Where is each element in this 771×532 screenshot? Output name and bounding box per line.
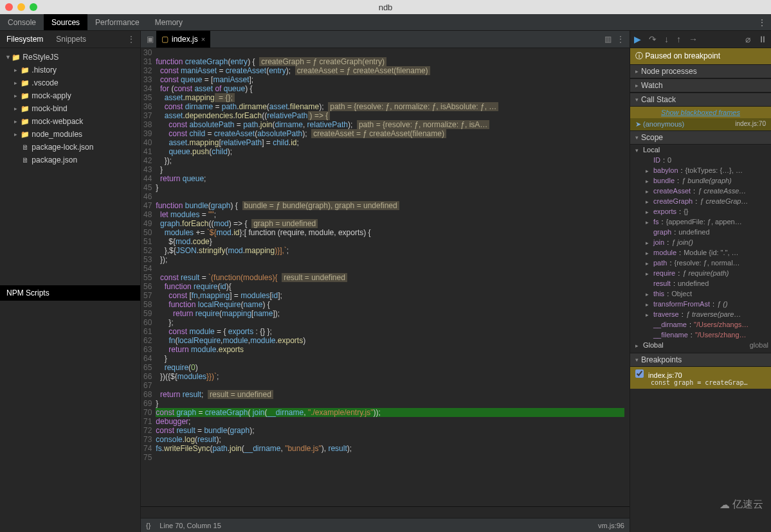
breakpoint-checkbox[interactable] [635, 369, 644, 378]
stack-frame-name: (anonymous) [643, 120, 684, 128]
sidebar-tab-filesystem[interactable]: Filesystem [0, 31, 50, 48]
debugger-sidebar: ▶ ↷ ↓ ↑ → ⌀ ⏸ ⓘ Paused on breakpoint ▸No… [630, 31, 771, 532]
maximize-window-button[interactable] [30, 3, 37, 11]
sidebar-more-icon[interactable]: ⋮ [127, 35, 140, 44]
tree-item[interactable]: 🗎 package.json [0, 154, 140, 166]
step-button[interactable]: → [689, 34, 698, 44]
scope-variable[interactable]: ID: 0 [635, 156, 768, 166]
tree-item[interactable]: 🗎 package-lock.json [0, 141, 140, 154]
window-titlebar: ndb [0, 0, 771, 14]
folder-icon: 📁 [21, 105, 30, 113]
traffic-lights [5, 3, 37, 11]
resume-button[interactable]: ▶ [634, 34, 641, 44]
left-sidebar: Filesystem Snippets ⋮ ▼📁 ReStyleJS ▸📁 .h… [0, 31, 141, 532]
braces-icon[interactable]: {} [146, 522, 150, 529]
editor-tab[interactable]: ▢ index.js × [156, 31, 210, 48]
tree-label: node_modules [32, 130, 82, 139]
tree-label: mock-webpack [32, 117, 83, 126]
cursor-position: Line 70, Column 15 [159, 522, 221, 529]
tab-sources[interactable]: Sources [44, 14, 87, 30]
npm-scripts-header[interactable]: NPM Scripts [0, 285, 140, 301]
code-editor[interactable]: 3031323334353637383940414243444546474849… [141, 48, 630, 506]
deactivate-breakpoints-button[interactable]: ⌀ [745, 34, 750, 44]
scope-variable[interactable]: ▸this: Object [635, 290, 768, 300]
debug-controls: ▶ ↷ ↓ ↑ → ⌀ ⏸ [630, 31, 771, 48]
scope-variable[interactable]: ▸join: ƒ join() [635, 238, 768, 249]
breakpoint-item[interactable]: index.js:70 const graph = createGrap… [630, 367, 771, 389]
step-out-button[interactable]: ↑ [676, 34, 681, 44]
scope-variable[interactable]: graph: undefined [635, 228, 768, 238]
section-call-stack[interactable]: ▾Call Stack [630, 93, 771, 107]
vm-info[interactable]: vm.js:96 [598, 522, 624, 529]
scope-variable[interactable]: result: undefined [635, 279, 768, 290]
pause-exceptions-button[interactable]: ⏸ [758, 34, 767, 44]
tree-label: mock-bind [32, 104, 67, 113]
tab-performance[interactable]: Performance [87, 14, 147, 30]
stack-frame[interactable]: ➤ (anonymous) index.js:70 [630, 118, 771, 130]
tree-root[interactable]: ▼📁 ReStyleJS [0, 51, 140, 64]
folder-icon: 📁 [21, 66, 30, 75]
section-node-processes[interactable]: ▸Node processes [630, 64, 771, 78]
tree-item[interactable]: ▸📁 mock-bind [0, 102, 140, 115]
scope-variable[interactable]: __filename: "/Users/zhang… [635, 331, 768, 341]
scope-variable[interactable]: ▸transformFromAst: ƒ () [635, 300, 768, 310]
scope-global-header[interactable]: ▸Globalglobal [635, 341, 768, 351]
file-tree: ▼📁 ReStyleJS ▸📁 .history ▸📁 .vscode ▸📁 m… [0, 48, 140, 285]
scope-variable[interactable]: __dirname: "/Users/zhangs… [635, 321, 768, 331]
tree-item[interactable]: ▸📁 .history [0, 64, 140, 76]
tree-item[interactable]: ▸📁 .vscode [0, 76, 140, 89]
scope-variable[interactable]: ▸createGraph: ƒ createGrap… [635, 197, 768, 208]
scope-variable[interactable]: ▸fs: {appendFile: ƒ, appen… [635, 218, 768, 228]
section-breakpoints[interactable]: ▾Breakpoints [630, 353, 771, 367]
npm-scripts-body [0, 301, 140, 533]
tree-item[interactable]: ▸📁 node_modules [0, 128, 140, 141]
more-icon[interactable]: ⋮ [617, 35, 624, 44]
scope-variable[interactable]: ▸traverse: ƒ traverse(pare… [635, 310, 768, 321]
tree-label: ReStyleJS [23, 53, 59, 62]
tree-label: package-lock.json [32, 143, 93, 152]
show-blackboxed-link[interactable]: Show blackboxed frames [630, 107, 771, 118]
close-tab-icon[interactable]: × [201, 35, 205, 43]
status-bar: {} Line 70, Column 15 vm.js:96 [141, 518, 630, 532]
main-tab-bar: Console Sources Performance Memory ⋮ [0, 14, 771, 31]
section-watch[interactable]: ▸Watch [630, 78, 771, 93]
sidebar-tab-bar: Filesystem Snippets ⋮ [0, 31, 140, 48]
breakpoint-code: const graph = createGrap… [635, 379, 766, 386]
tree-item[interactable]: ▸📁 mock-apply [0, 89, 140, 102]
close-window-button[interactable] [5, 3, 13, 11]
stack-frame-location: index.js:70 [735, 120, 766, 129]
nav-toggle-icon[interactable]: ▣ [143, 35, 156, 44]
scope-variable[interactable]: ▸path: {resolve: ƒ, normal… [635, 259, 768, 269]
sidebar-tab-snippets[interactable]: Snippets [50, 31, 93, 48]
tab-console[interactable]: Console [0, 14, 44, 30]
code-lines[interactable]: function createGraph(entry) { createGrap… [156, 48, 630, 506]
scope-variable[interactable]: ▸require: ƒ require(path) [635, 269, 768, 279]
editor-tab-bar: ▣ ▢ index.js × ▥ ⋮ [141, 31, 630, 48]
more-tabs-icon[interactable]: ⋮ [753, 14, 771, 30]
scope-variable[interactable]: ▸bundle: ƒ bundle(graph) [635, 177, 768, 187]
folder-icon: 📁 [12, 53, 21, 62]
minimize-window-button[interactable] [17, 3, 25, 11]
scope-local-header[interactable]: ▾Local [635, 146, 768, 156]
scope-body: ▾Local ID: 0▸babylon: {tokTypes: {…}, …▸… [630, 145, 771, 353]
scope-variable[interactable]: ▸babylon: {tokTypes: {…}, … [635, 166, 768, 177]
folder-icon: 📁 [21, 130, 30, 139]
scope-variable[interactable]: ▸module: Module {id: ".", … [635, 249, 768, 259]
editor-scrollbar-track[interactable] [141, 506, 630, 518]
step-over-button[interactable]: ↷ [649, 34, 657, 44]
toggle-icon[interactable]: ▥ [604, 35, 612, 44]
line-gutter: 3031323334353637383940414243444546474849… [141, 48, 156, 506]
tree-item[interactable]: ▸📁 mock-webpack [0, 115, 140, 128]
step-into-button[interactable]: ↓ [664, 34, 669, 44]
tree-label: mock-apply [32, 91, 71, 100]
folder-icon: 📁 [21, 92, 30, 100]
tab-memory[interactable]: Memory [147, 14, 190, 30]
file-icon: 🗎 [21, 156, 30, 164]
watermark: ☁亿速云 [720, 498, 763, 511]
tree-label: .history [32, 66, 57, 75]
section-scope[interactable]: ▾Scope [630, 130, 771, 145]
cloud-icon: ☁ [720, 499, 730, 511]
window-title: ndb [379, 3, 393, 12]
scope-variable[interactable]: ▸createAsset: ƒ createAsse… [635, 187, 768, 197]
scope-variable[interactable]: ▸exports: {} [635, 208, 768, 218]
